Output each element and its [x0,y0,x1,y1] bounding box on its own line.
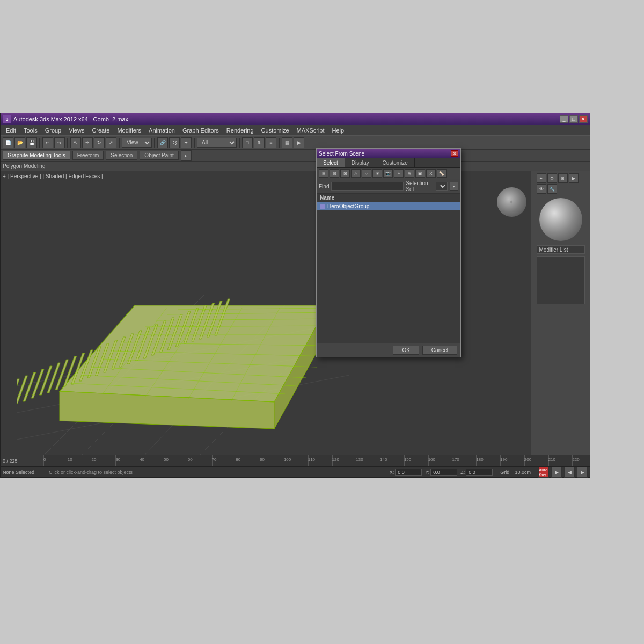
menu-edit[interactable]: Edit [3,126,19,135]
dt-spacewarps[interactable]: ≋ [405,169,414,178]
tool-scale[interactable]: ⤢ [106,137,116,148]
toolbar-separator-2 [67,138,68,148]
close-button[interactable]: ✕ [579,115,588,123]
time-position: 0 / 225 [1,455,43,466]
tab-graphite[interactable]: Graphite Modeling Tools [3,151,70,160]
dt-geometry[interactable]: △ [351,169,361,178]
modifier-stack [537,256,585,304]
tool-link[interactable]: 🔗 [157,137,168,148]
dialog-ok-button[interactable]: OK [393,346,419,355]
tool-unlink[interactable]: ⛓ [169,137,180,148]
tab-selection[interactable]: Selection [106,151,137,160]
menu-group[interactable]: Group [42,126,65,135]
utilities-icon[interactable]: 🔧 [547,184,557,194]
tick-label-20: 20 [92,457,97,462]
tool-select[interactable]: ↖ [70,137,81,148]
tool-new[interactable]: 📄 [3,137,13,148]
menu-rendering[interactable]: Rendering [223,126,257,135]
x-coord-field: X: 0.0 [390,469,422,476]
menu-create[interactable]: Create [89,126,113,135]
tab-extra[interactable]: ▸ [181,150,192,161]
dialog-close-button[interactable]: ✕ [451,150,458,157]
x-coord-value: 0.0 [395,469,422,476]
modify-icon[interactable]: ⚙ [547,173,557,183]
y-coord-value: 0.0 [430,469,457,476]
dialog-cancel-button[interactable]: Cancel [422,346,457,355]
gizmo-sphere[interactable]: ⊕ [497,187,526,217]
dt-invert[interactable]: ⊠ [340,169,350,178]
tick-label-160: 160 [428,457,435,462]
tool-named-selection[interactable]: □ [242,137,253,148]
hierarchy-icon[interactable]: ⊞ [558,173,568,183]
tool-save[interactable]: 💾 [26,137,37,148]
menu-graph-editors[interactable]: Graph Editors [179,126,222,135]
dt-cameras[interactable]: 📷 [383,169,393,178]
dialog-tab-select[interactable]: Select [317,158,345,167]
menu-animation[interactable]: Animation [145,126,178,135]
tab-freeform[interactable]: Freeform [72,151,104,160]
dt-shapes[interactable]: ○ [362,169,371,178]
tool-open[interactable]: 📂 [14,137,25,148]
dt-helpers[interactable]: + [394,169,404,178]
list-item-hero-group[interactable]: HeroObjectGroup [317,202,460,210]
tool-bind-space-warp[interactable]: ✦ [181,137,192,148]
menu-maxscript[interactable]: MAXScript [294,126,328,135]
menu-modifiers[interactable]: Modifiers [114,126,144,135]
toolbar-separator-5 [194,138,195,148]
coord-bar: None Selected Click or click-and-drag to… [1,466,590,477]
prev-frame-btn[interactable]: ◀ [564,467,575,478]
modifier-list-label[interactable]: Modifier List [537,245,585,254]
z-coord-field: Z: 0.0 [460,469,493,476]
play-btn[interactable]: ▶ [551,467,562,478]
dt-bones[interactable]: 🦴 [437,169,447,178]
find-input[interactable] [331,182,404,191]
menu-tools[interactable]: Tools [20,126,41,135]
dt-select-all[interactable]: ⊞ [319,169,328,178]
dt-lights[interactable]: ☀ [372,169,382,178]
selection-set-dropdown[interactable] [436,182,448,191]
motion-icon[interactable]: ▶ [569,173,579,183]
tool-redo[interactable]: ↪ [54,137,65,148]
dialog-title: Select From Scene [319,151,364,157]
tool-render[interactable]: ▶ [294,137,304,148]
reference-coord-dropdown[interactable]: ViewWorldLocal [122,138,152,148]
maximize-button[interactable]: □ [569,115,578,123]
select-set-btn[interactable]: ▸ [450,182,458,191]
tick-label-60: 60 [188,457,193,462]
minimize-button[interactable]: _ [560,115,568,123]
dialog-tab-display[interactable]: Display [345,158,376,167]
tab-object-paint[interactable]: Object Paint [140,151,178,160]
dialog-search-bar: Find Selection Set ▸ [317,179,460,194]
create-icon[interactable]: ✦ [537,173,546,183]
selection-filter-dropdown[interactable]: AllGeometryShapes [197,138,237,148]
right-panel: ✦ ⚙ ⊞ ▶ 👁 🔧 Modifier List [531,171,590,475]
key-mode-btn[interactable]: Auto Key [538,467,549,478]
viewport-container: + | Perspective | | Shaded | Edged Faces… [1,171,590,475]
toolbar-separator-3 [119,138,120,148]
title-bar-controls[interactable]: _ □ ✕ [560,115,588,123]
app-window: 3 Autodesk 3ds Max 2012 x64 - Comb_2.max… [0,113,590,478]
tool-undo[interactable]: ↩ [42,137,53,148]
dialog-tab-customize[interactable]: Customize [376,158,415,167]
tick-label-180: 180 [476,457,483,462]
next-frame-btn[interactable]: ▶ [577,467,588,478]
dt-xrefs[interactable]: X [426,169,436,178]
dt-groups[interactable]: ▣ [415,169,425,178]
dialog-object-list[interactable]: HeroObjectGroup [317,202,460,343]
tool-align[interactable]: ≡ [266,137,276,148]
tick-label-170: 170 [452,457,459,462]
tool-rotate[interactable]: ↻ [94,137,105,148]
menu-views[interactable]: Views [65,126,87,135]
tick-label-110: 110 [308,457,315,462]
navigation-gizmo[interactable]: ⊕ [497,187,526,217]
display-icon[interactable]: 👁 [537,184,546,194]
menu-customize[interactable]: Customize [258,126,292,135]
tool-move[interactable]: ✛ [82,137,93,148]
right-panel-icons: ✦ ⚙ ⊞ ▶ 👁 🔧 [537,173,585,194]
tick-label-120: 120 [332,457,339,462]
tool-render-setup[interactable]: ▦ [282,137,292,148]
tool-mirror[interactable]: ⥮ [254,137,265,148]
menu-help[interactable]: Help [329,126,348,135]
dt-select-none[interactable]: ⊟ [330,169,339,178]
timeline-track[interactable]: 0 10 20 30 40 50 60 70 80 90 100 110 120 [43,455,590,466]
